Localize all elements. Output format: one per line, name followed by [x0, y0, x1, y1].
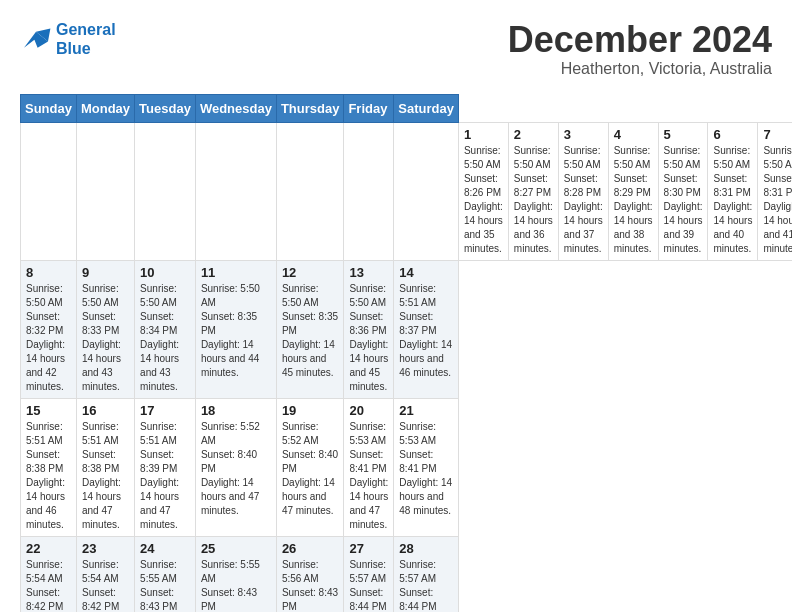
calendar-cell: 15Sunrise: 5:51 AMSunset: 8:38 PMDayligh… — [21, 398, 77, 536]
day-number: 18 — [201, 403, 271, 418]
header-tuesday: Tuesday — [135, 94, 196, 122]
calendar-cell: 17Sunrise: 5:51 AMSunset: 8:39 PMDayligh… — [135, 398, 196, 536]
calendar-cell: 22Sunrise: 5:54 AMSunset: 8:42 PMDayligh… — [21, 536, 77, 612]
day-number: 9 — [82, 265, 129, 280]
day-number: 19 — [282, 403, 339, 418]
header-monday: Monday — [76, 94, 134, 122]
day-info: Sunrise: 5:53 AMSunset: 8:41 PMDaylight:… — [349, 420, 388, 532]
day-info: Sunrise: 5:51 AMSunset: 8:37 PMDaylight:… — [399, 282, 453, 380]
day-info: Sunrise: 5:50 AMSunset: 8:36 PMDaylight:… — [349, 282, 388, 394]
calendar-header-row: Sunday Monday Tuesday Wednesday Thursday… — [21, 94, 793, 122]
logo-text: General Blue — [56, 20, 116, 58]
day-number: 21 — [399, 403, 453, 418]
calendar-cell — [394, 122, 459, 260]
calendar-cell: 24Sunrise: 5:55 AMSunset: 8:43 PMDayligh… — [135, 536, 196, 612]
day-info: Sunrise: 5:55 AMSunset: 8:43 PMDaylight:… — [140, 558, 190, 612]
calendar-cell: 7Sunrise: 5:50 AMSunset: 8:31 PMDaylight… — [758, 122, 792, 260]
logo: General Blue — [20, 20, 116, 58]
day-number: 23 — [82, 541, 129, 556]
header-saturday: Saturday — [394, 94, 459, 122]
calendar-cell: 25Sunrise: 5:55 AMSunset: 8:43 PMDayligh… — [195, 536, 276, 612]
day-number: 26 — [282, 541, 339, 556]
page-header: General Blue December 2024 Heatherton, V… — [20, 20, 772, 78]
day-info: Sunrise: 5:51 AMSunset: 8:38 PMDaylight:… — [26, 420, 71, 532]
calendar-cell — [344, 122, 394, 260]
day-number: 17 — [140, 403, 190, 418]
calendar-week-row: 22Sunrise: 5:54 AMSunset: 8:42 PMDayligh… — [21, 536, 793, 612]
day-number: 27 — [349, 541, 388, 556]
header-sunday: Sunday — [21, 94, 77, 122]
day-info: Sunrise: 5:54 AMSunset: 8:42 PMDaylight:… — [26, 558, 71, 612]
day-info: Sunrise: 5:50 AMSunset: 8:29 PMDaylight:… — [614, 144, 653, 256]
day-number: 12 — [282, 265, 339, 280]
location-subtitle: Heatherton, Victoria, Australia — [508, 60, 772, 78]
day-number: 6 — [713, 127, 752, 142]
day-info: Sunrise: 5:50 AMSunset: 8:35 PMDaylight:… — [201, 282, 271, 380]
calendar-cell: 14Sunrise: 5:51 AMSunset: 8:37 PMDayligh… — [394, 260, 459, 398]
calendar-cell: 19Sunrise: 5:52 AMSunset: 8:40 PMDayligh… — [276, 398, 344, 536]
day-number: 7 — [763, 127, 792, 142]
header-wednesday: Wednesday — [195, 94, 276, 122]
calendar-cell: 3Sunrise: 5:50 AMSunset: 8:28 PMDaylight… — [558, 122, 608, 260]
day-number: 4 — [614, 127, 653, 142]
calendar-cell: 10Sunrise: 5:50 AMSunset: 8:34 PMDayligh… — [135, 260, 196, 398]
day-number: 22 — [26, 541, 71, 556]
day-info: Sunrise: 5:50 AMSunset: 8:30 PMDaylight:… — [664, 144, 703, 256]
day-info: Sunrise: 5:50 AMSunset: 8:35 PMDaylight:… — [282, 282, 339, 380]
calendar-cell — [276, 122, 344, 260]
day-info: Sunrise: 5:50 AMSunset: 8:28 PMDaylight:… — [564, 144, 603, 256]
calendar-cell: 4Sunrise: 5:50 AMSunset: 8:29 PMDaylight… — [608, 122, 658, 260]
day-number: 8 — [26, 265, 71, 280]
title-block: December 2024 Heatherton, Victoria, Aust… — [508, 20, 772, 78]
calendar-cell: 21Sunrise: 5:53 AMSunset: 8:41 PMDayligh… — [394, 398, 459, 536]
day-info: Sunrise: 5:50 AMSunset: 8:31 PMDaylight:… — [763, 144, 792, 256]
calendar-cell — [21, 122, 77, 260]
day-number: 14 — [399, 265, 453, 280]
calendar-week-row: 8Sunrise: 5:50 AMSunset: 8:32 PMDaylight… — [21, 260, 793, 398]
day-info: Sunrise: 5:50 AMSunset: 8:27 PMDaylight:… — [514, 144, 553, 256]
calendar-cell: 8Sunrise: 5:50 AMSunset: 8:32 PMDaylight… — [21, 260, 77, 398]
calendar-cell: 2Sunrise: 5:50 AMSunset: 8:27 PMDaylight… — [508, 122, 558, 260]
calendar-cell: 5Sunrise: 5:50 AMSunset: 8:30 PMDaylight… — [658, 122, 708, 260]
day-info: Sunrise: 5:50 AMSunset: 8:32 PMDaylight:… — [26, 282, 71, 394]
day-number: 1 — [464, 127, 503, 142]
calendar-cell — [76, 122, 134, 260]
calendar-cell: 28Sunrise: 5:57 AMSunset: 8:44 PMDayligh… — [394, 536, 459, 612]
day-info: Sunrise: 5:50 AMSunset: 8:31 PMDaylight:… — [713, 144, 752, 256]
calendar-cell: 11Sunrise: 5:50 AMSunset: 8:35 PMDayligh… — [195, 260, 276, 398]
day-info: Sunrise: 5:50 AMSunset: 8:26 PMDaylight:… — [464, 144, 503, 256]
day-number: 13 — [349, 265, 388, 280]
day-info: Sunrise: 5:51 AMSunset: 8:38 PMDaylight:… — [82, 420, 129, 532]
day-number: 20 — [349, 403, 388, 418]
day-number: 11 — [201, 265, 271, 280]
calendar-cell: 23Sunrise: 5:54 AMSunset: 8:42 PMDayligh… — [76, 536, 134, 612]
calendar-cell: 6Sunrise: 5:50 AMSunset: 8:31 PMDaylight… — [708, 122, 758, 260]
day-number: 24 — [140, 541, 190, 556]
calendar-cell: 27Sunrise: 5:57 AMSunset: 8:44 PMDayligh… — [344, 536, 394, 612]
day-info: Sunrise: 5:57 AMSunset: 8:44 PMDaylight:… — [349, 558, 388, 612]
day-number: 3 — [564, 127, 603, 142]
calendar-week-row: 1Sunrise: 5:50 AMSunset: 8:26 PMDaylight… — [21, 122, 793, 260]
day-number: 15 — [26, 403, 71, 418]
logo-icon — [20, 25, 52, 53]
day-number: 28 — [399, 541, 453, 556]
day-info: Sunrise: 5:56 AMSunset: 8:43 PMDaylight:… — [282, 558, 339, 612]
day-info: Sunrise: 5:52 AMSunset: 8:40 PMDaylight:… — [201, 420, 271, 518]
day-info: Sunrise: 5:52 AMSunset: 8:40 PMDaylight:… — [282, 420, 339, 518]
calendar-week-row: 15Sunrise: 5:51 AMSunset: 8:38 PMDayligh… — [21, 398, 793, 536]
calendar-cell — [135, 122, 196, 260]
day-info: Sunrise: 5:57 AMSunset: 8:44 PMDaylight:… — [399, 558, 453, 612]
calendar-cell: 13Sunrise: 5:50 AMSunset: 8:36 PMDayligh… — [344, 260, 394, 398]
day-number: 2 — [514, 127, 553, 142]
calendar-cell: 26Sunrise: 5:56 AMSunset: 8:43 PMDayligh… — [276, 536, 344, 612]
calendar-cell — [195, 122, 276, 260]
calendar-cell: 18Sunrise: 5:52 AMSunset: 8:40 PMDayligh… — [195, 398, 276, 536]
day-info: Sunrise: 5:50 AMSunset: 8:34 PMDaylight:… — [140, 282, 190, 394]
day-info: Sunrise: 5:50 AMSunset: 8:33 PMDaylight:… — [82, 282, 129, 394]
calendar-cell: 1Sunrise: 5:50 AMSunset: 8:26 PMDaylight… — [458, 122, 508, 260]
calendar-cell: 9Sunrise: 5:50 AMSunset: 8:33 PMDaylight… — [76, 260, 134, 398]
header-thursday: Thursday — [276, 94, 344, 122]
month-title: December 2024 — [508, 20, 772, 60]
day-info: Sunrise: 5:55 AMSunset: 8:43 PMDaylight:… — [201, 558, 271, 612]
header-friday: Friday — [344, 94, 394, 122]
